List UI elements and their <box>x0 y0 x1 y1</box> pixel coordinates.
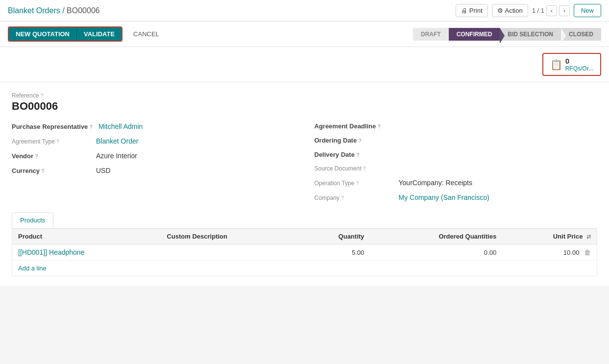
tab-bar: Products <box>12 212 597 229</box>
ordering-date-field: Ordering Date ? <box>315 137 598 145</box>
product-link[interactable]: [[HD001]] Headphone <box>18 248 84 256</box>
agreement-type-field: Agreement Type ? Blanket Order <box>12 137 295 146</box>
pagination: 1 / 1 ‹ › <box>532 5 570 16</box>
reference-value: BO00006 <box>12 100 597 113</box>
status-draft[interactable]: DRAFT <box>413 28 449 41</box>
col-header-custom-desc: Custom Description <box>161 229 298 244</box>
breadcrumb-title: Blanket Orders / BO00006 <box>8 6 450 15</box>
rfq-icon: 📋 <box>550 59 562 71</box>
topbar: Blanket Orders / BO00006 🖨 Print ⚙ Actio… <box>0 0 609 22</box>
reference-help[interactable]: ? <box>40 93 43 98</box>
products-table: Product Custom Description Quantity Orde… <box>12 229 597 261</box>
validate-button[interactable]: VALIDATE <box>77 27 122 41</box>
form-right-col: Agreement Deadline ? Ordering Date ? Del… <box>315 122 598 202</box>
reference-section: Reference ? BO00006 <box>12 92 597 113</box>
status-bid-selection[interactable]: BID SELECTION <box>500 28 561 41</box>
source-document-label: Source Document ? <box>315 165 393 172</box>
new-quotation-button[interactable]: NEW QUOTATION <box>9 27 77 41</box>
statusbar: DRAFT CONFIRMED BID SELECTION CLOSED <box>413 28 601 41</box>
smart-buttons-bar: 📋 0 RFQs/Or... <box>0 47 609 82</box>
rfq-smart-button-wrapper: 📋 0 RFQs/Or... <box>542 53 601 76</box>
cell-quantity: 5.00 <box>298 244 370 261</box>
cancel-button[interactable]: CANCEL <box>128 27 164 41</box>
company-label: Company ? <box>315 194 393 201</box>
table-row: [[HD001]] Headphone 5.00 0.00 10.00 🗑 <box>12 244 597 261</box>
gear-icon: ⚙ <box>497 7 503 14</box>
printer-icon: 🖨 <box>461 7 467 14</box>
purchase-rep-value[interactable]: Mitchell Admin <box>98 122 143 130</box>
ordering-date-help[interactable]: ? <box>358 138 362 144</box>
company-value[interactable]: My Company (San Francisco) <box>399 194 489 201</box>
agreement-deadline-label: Agreement Deadline ? <box>315 122 393 130</box>
currency-field: Currency ? USD <box>12 167 295 175</box>
tab-section: Products Product Custom Description Quan… <box>12 212 597 276</box>
col-header-ordered-qty: Ordered Quantities <box>370 229 502 244</box>
products-table-wrapper: Product Custom Description Quantity Orde… <box>12 229 597 276</box>
add-line-button[interactable]: Add a line <box>12 261 52 276</box>
agreement-type-label: Agreement Type ? <box>12 138 90 145</box>
operation-type-value: YourCompany: Receipts <box>399 179 472 187</box>
cell-ordered-qty: 0.00 <box>370 244 502 261</box>
vendor-field: Vendor ? Azure Interior <box>12 152 295 161</box>
vendor-label: Vendor ? <box>12 152 90 160</box>
breadcrumb-current: BO00006 <box>67 6 100 15</box>
print-button[interactable]: 🖨 Print <box>456 4 488 17</box>
agreement-type-help[interactable]: ? <box>56 139 59 145</box>
vendor-help[interactable]: ? <box>35 153 38 159</box>
vendor-value: Azure Interior <box>96 152 137 160</box>
next-page-button[interactable]: › <box>559 5 570 16</box>
action-group: NEW QUOTATION VALIDATE <box>8 26 122 42</box>
cell-product: [[HD001]] Headphone <box>12 244 161 261</box>
rfq-orders-button[interactable]: 📋 0 RFQs/Or... <box>543 54 600 75</box>
reference-label: Reference ? <box>12 92 597 99</box>
delivery-date-field: Delivery Date ? <box>315 151 598 159</box>
tab-products[interactable]: Products <box>12 212 53 228</box>
source-document-field: Source Document ? <box>315 165 598 173</box>
operation-type-label: Operation Type ? <box>315 180 393 187</box>
agreement-type-value[interactable]: Blanket Order <box>96 137 138 145</box>
form-grid: Purchase Representative ? Mitchell Admin… <box>12 122 597 202</box>
agreement-deadline-field: Agreement Deadline ? <box>315 122 598 131</box>
col-header-product: Product <box>12 229 161 244</box>
source-document-help[interactable]: ? <box>363 166 366 171</box>
delivery-date-help[interactable]: ? <box>356 152 360 158</box>
cell-unit-price: 10.00 🗑 <box>502 244 597 261</box>
actionbar: NEW QUOTATION VALIDATE CANCEL DRAFT CONF… <box>0 22 609 47</box>
cell-custom-desc[interactable] <box>161 244 298 261</box>
form-left-col: Purchase Representative ? Mitchell Admin… <box>12 122 295 202</box>
ordering-date-label: Ordering Date ? <box>315 137 393 144</box>
prev-page-button[interactable]: ‹ <box>546 5 557 16</box>
table-header-row: Product Custom Description Quantity Orde… <box>12 229 597 244</box>
operation-type-help[interactable]: ? <box>356 180 359 186</box>
col-header-quantity: Quantity <box>298 229 370 244</box>
currency-label: Currency ? <box>12 167 90 174</box>
company-help[interactable]: ? <box>341 195 344 201</box>
currency-value: USD <box>96 167 111 174</box>
agreement-deadline-help[interactable]: ? <box>377 123 381 129</box>
purchase-rep-field: Purchase Representative ? Mitchell Admin <box>12 122 295 131</box>
topbar-actions: 🖨 Print ⚙ Action 1 / 1 ‹ › New <box>456 4 601 17</box>
action-button[interactable]: ⚙ Action <box>492 4 528 17</box>
new-button[interactable]: New <box>574 4 601 17</box>
sort-icon[interactable]: ⇄ <box>586 234 591 240</box>
delete-row-icon[interactable]: 🗑 <box>584 248 591 256</box>
purchase-rep-help[interactable]: ? <box>89 124 93 130</box>
breadcrumb-parent[interactable]: Blanket Orders <box>8 6 60 15</box>
currency-help[interactable]: ? <box>41 168 45 174</box>
status-closed[interactable]: CLOSED <box>561 28 601 41</box>
company-field: Company ? My Company (San Francisco) <box>315 194 598 202</box>
form-area: Reference ? BO00006 Purchase Representat… <box>0 82 609 286</box>
purchase-rep-label: Purchase Representative ? <box>12 123 93 130</box>
status-confirmed[interactable]: CONFIRMED <box>449 28 500 41</box>
delivery-date-label: Delivery Date ? <box>315 151 393 158</box>
breadcrumb-separator: / <box>62 6 67 15</box>
col-header-unit-price: Unit Price ⇄ <box>502 229 597 244</box>
operation-type-field: Operation Type ? YourCompany: Receipts <box>315 179 598 188</box>
